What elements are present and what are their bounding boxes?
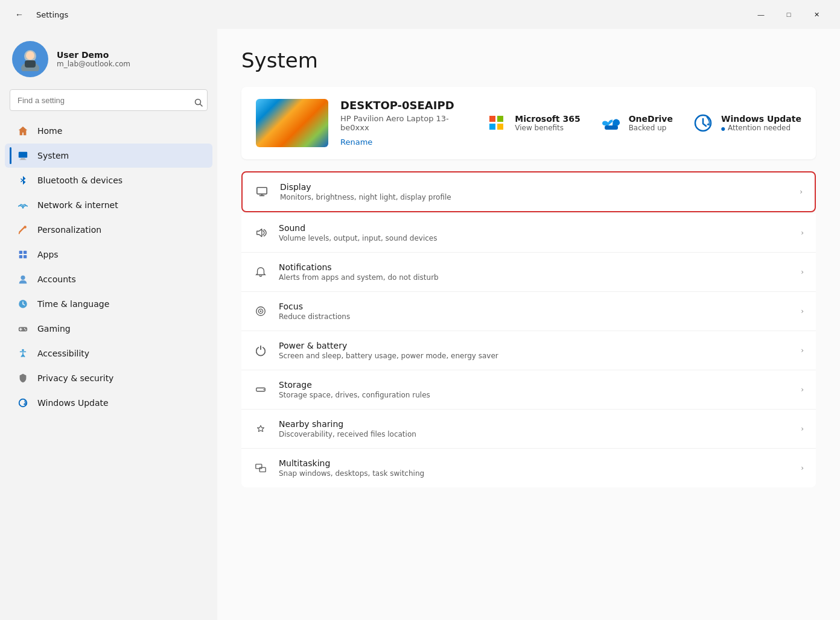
settings-item-multitasking[interactable]: Multitasking Snap windows, desktops, tas…	[241, 449, 816, 487]
storage-icon	[253, 382, 268, 397]
ms365-desc: View benefits	[515, 124, 580, 132]
settings-item-power[interactable]: Power & battery Screen and sleep, batter…	[241, 331, 816, 370]
ms365-info: Microsoft 365 View benefits	[515, 114, 580, 132]
sidebar-item-update[interactable]: Windows Update	[5, 391, 212, 415]
network-nav-icon	[17, 199, 29, 211]
main-content: System DESKTOP-0SEAIPD HP Pavilion Aero …	[217, 29, 840, 620]
sidebar-item-label-home: Home	[37, 126, 62, 136]
sidebar-item-bluetooth[interactable]: Bluetooth & devices	[5, 168, 212, 192]
sidebar-nav: Home System Bluetooth & devices Network …	[0, 118, 217, 416]
notifications-icon	[253, 265, 268, 279]
storage-title: Storage	[279, 380, 790, 390]
ms365-icon	[486, 112, 508, 134]
svg-line-12	[19, 232, 20, 234]
sound-title: Sound	[279, 223, 790, 233]
svg-point-2	[26, 51, 34, 60]
onedrive-service[interactable]: OneDrive Backed up	[600, 112, 673, 134]
ms365-service[interactable]: Microsoft 365 View benefits	[486, 112, 580, 134]
sidebar-item-label-apps: Apps	[37, 250, 59, 259]
close-button[interactable]: ✕	[803, 5, 830, 24]
apps-nav-icon	[17, 248, 29, 261]
user-email: m_lab@outlook.com	[57, 60, 130, 68]
svg-point-11	[24, 226, 27, 229]
ms365-name: Microsoft 365	[515, 114, 580, 124]
page-title: System	[241, 48, 816, 72]
settings-item-display[interactable]: Display Monitors, brightness, night ligh…	[241, 171, 816, 212]
svg-rect-7	[21, 159, 25, 160]
settings-item-focus[interactable]: Focus Reduce distractions ›	[241, 292, 816, 331]
sidebar-item-privacy[interactable]: Privacy & security	[5, 366, 212, 390]
svg-rect-40	[259, 467, 266, 472]
multitasking-text: Multitasking Snap windows, desktops, tas…	[279, 458, 790, 478]
titlebar: ← Settings — □ ✕	[0, 0, 840, 29]
system-nav-icon	[17, 150, 29, 162]
svg-point-9	[22, 207, 24, 209]
sidebar-item-label-gaming: Gaming	[37, 324, 71, 334]
svg-rect-3	[25, 60, 36, 68]
display-text: Display Monitors, brightness, night ligh…	[280, 182, 789, 201]
onedrive-info: OneDrive Backed up	[629, 114, 673, 132]
settings-item-notifications[interactable]: Notifications Alerts from apps and syste…	[241, 253, 816, 292]
svg-rect-14	[24, 251, 27, 254]
notifications-text: Notifications Alerts from apps and syste…	[279, 262, 790, 282]
personalization-nav-icon	[17, 224, 29, 236]
power-chevron: ›	[801, 346, 804, 355]
rename-link[interactable]: Rename	[340, 138, 372, 147]
accounts-nav-icon	[17, 273, 29, 285]
nearby-text: Nearby sharing Discoverability, received…	[279, 419, 790, 438]
window-controls: — □ ✕	[747, 5, 830, 24]
settings-item-nearby[interactable]: Nearby sharing Discoverability, received…	[241, 410, 816, 449]
windows-update-name: Windows Update	[721, 114, 801, 124]
focus-title: Focus	[279, 302, 790, 311]
notifications-title: Notifications	[279, 262, 790, 272]
svg-rect-13	[19, 251, 22, 254]
notifications-desc: Alerts from apps and system, do not dist…	[279, 273, 790, 282]
svg-point-38	[264, 389, 265, 390]
sidebar-item-accounts[interactable]: Accounts	[5, 267, 212, 291]
svg-point-17	[21, 276, 25, 280]
sidebar-item-personalization[interactable]: Personalization	[5, 218, 212, 242]
device-info: DESKTOP-0SEAIPD HP Pavilion Aero Laptop …	[340, 99, 474, 147]
nearby-icon	[253, 422, 268, 436]
sidebar-item-home[interactable]: Home	[5, 119, 212, 143]
search-icon[interactable]	[194, 98, 203, 107]
windows-update-service[interactable]: Windows Update ●Attention needed	[692, 112, 801, 134]
settings-item-sound[interactable]: Sound Volume levels, output, input, soun…	[241, 214, 816, 253]
sidebar-item-accessibility[interactable]: Accessibility	[5, 341, 212, 365]
svg-point-26	[22, 349, 24, 352]
svg-rect-16	[24, 255, 27, 258]
svg-rect-30	[257, 188, 267, 194]
storage-text: Storage Storage space, drives, configura…	[279, 380, 790, 399]
sound-text: Sound Volume levels, output, input, soun…	[279, 223, 790, 242]
home-nav-icon	[17, 125, 29, 137]
display-title: Display	[280, 182, 789, 192]
app-title: Settings	[36, 10, 68, 19]
settings-item-storage[interactable]: Storage Storage space, drives, configura…	[241, 370, 816, 410]
storage-chevron: ›	[801, 385, 804, 394]
sidebar-item-label-personalization: Personalization	[37, 225, 101, 235]
minimize-button[interactable]: —	[747, 5, 775, 24]
maximize-button[interactable]: □	[775, 5, 803, 24]
multitasking-title: Multitasking	[279, 458, 790, 468]
sidebar-item-network[interactable]: Network & internet	[5, 193, 212, 217]
sidebar-item-gaming[interactable]: Gaming	[5, 317, 212, 341]
display-desc: Monitors, brightness, night light, displ…	[280, 193, 789, 201]
sidebar-item-label-system: System	[37, 151, 69, 160]
svg-point-25	[25, 329, 27, 331]
onedrive-name: OneDrive	[629, 114, 673, 124]
search-container	[0, 87, 217, 118]
sidebar-item-system[interactable]: System	[5, 144, 212, 168]
sound-chevron: ›	[801, 229, 804, 237]
sidebar-item-label-accessibility: Accessibility	[37, 349, 89, 358]
search-input[interactable]	[10, 89, 208, 111]
back-button[interactable]: ←	[10, 5, 29, 24]
sidebar-item-label-privacy: Privacy & security	[37, 373, 113, 383]
power-icon	[253, 343, 268, 358]
device-name: DESKTOP-0SEAIPD	[340, 99, 474, 112]
nearby-chevron: ›	[801, 425, 804, 433]
update-dot: ●	[721, 126, 725, 131]
app-body: User Demo m_lab@outlook.com Home System …	[0, 29, 840, 620]
sidebar-item-apps[interactable]: Apps	[5, 242, 212, 267]
sidebar-item-time[interactable]: Time & language	[5, 292, 212, 316]
user-profile[interactable]: User Demo m_lab@outlook.com	[0, 29, 217, 87]
